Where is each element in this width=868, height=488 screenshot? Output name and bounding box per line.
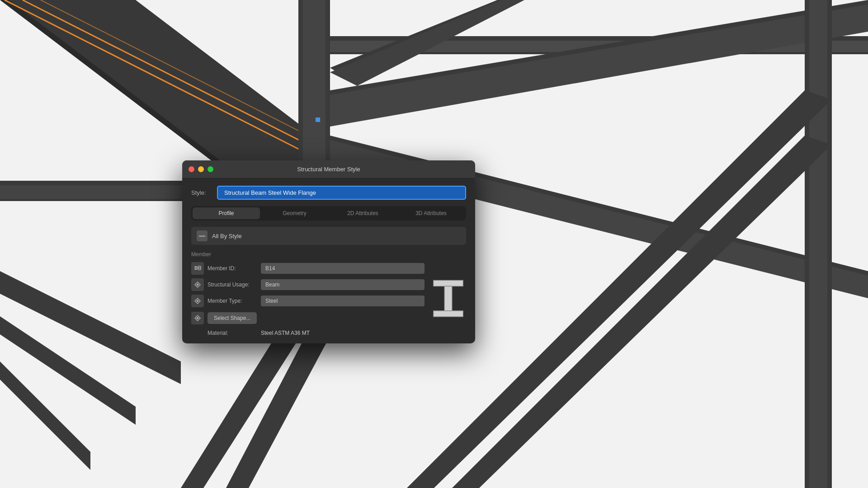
member-id-icon <box>191 262 204 275</box>
member-type-label: Member Type: <box>208 298 257 304</box>
member-type-icon <box>191 295 204 307</box>
select-shape-row: Select Shape... <box>191 312 425 324</box>
member-type-value: Steel <box>261 296 425 306</box>
svg-rect-33 <box>444 286 452 310</box>
tab-geometry[interactable]: Geometry <box>261 207 328 219</box>
tab-profile[interactable]: Profile <box>193 207 260 219</box>
maximize-button[interactable] <box>208 166 213 172</box>
svg-rect-34 <box>433 310 463 316</box>
structural-usage-label: Structural Usage: <box>208 282 257 288</box>
dialog-titlebar: Structural Member Style <box>182 160 475 178</box>
member-id-label: Member ID: <box>208 265 257 272</box>
structural-usage-icon <box>191 278 204 291</box>
tab-3d-attributes[interactable]: 3D Attributes <box>397 207 465 219</box>
style-input[interactable] <box>217 186 466 200</box>
traffic-lights <box>189 166 213 172</box>
member-content: Member ID: B14 Structural Usage: Beam <box>191 262 466 336</box>
material-value: Steel ASTM A36 MT <box>261 330 310 336</box>
close-button[interactable] <box>189 166 194 172</box>
select-shape-icon <box>191 312 204 324</box>
svg-rect-30 <box>194 269 197 270</box>
member-id-value: B14 <box>261 263 425 274</box>
field-row-member-type: Member Type: Steel <box>191 295 425 307</box>
field-row-member-id: Member ID: B14 <box>191 262 425 275</box>
all-by-style-row[interactable]: — All By Style <box>191 227 466 245</box>
field-row-structural-usage: Structural Usage: Beam <box>191 278 425 291</box>
tab-2d-attributes[interactable]: 2D Attributes <box>329 207 396 219</box>
style-row: Style: <box>191 186 466 200</box>
svg-rect-29 <box>194 266 197 267</box>
dialog-title: Structural Member Style <box>297 166 360 173</box>
svg-rect-15 <box>809 0 827 488</box>
structural-usage-value: Beam <box>261 279 425 290</box>
svg-rect-32 <box>433 280 463 286</box>
minimize-button[interactable] <box>198 166 204 172</box>
member-fields: Member ID: B14 Structural Usage: Beam <box>191 262 425 336</box>
svg-rect-27 <box>316 117 320 122</box>
style-label: Style: <box>191 189 212 196</box>
dialog-body: Style: Profile Geometry 2D Attributes 3D… <box>182 178 475 343</box>
ibeam-icon-container <box>430 262 466 336</box>
dialog-structural-member-style: Structural Member Style Style: Profile G… <box>182 160 475 343</box>
minus-icon: — <box>197 230 208 241</box>
all-by-style-label: All By Style <box>212 233 242 239</box>
svg-rect-28 <box>194 267 201 268</box>
material-row: Material: Steel ASTM A36 MT <box>191 330 425 336</box>
ibeam-icon <box>431 278 465 321</box>
member-section-label: Member <box>191 251 466 258</box>
tabs-container: Profile Geometry 2D Attributes 3D Attrib… <box>191 206 466 221</box>
material-label: Material: <box>208 330 257 336</box>
select-shape-button[interactable]: Select Shape... <box>208 312 257 324</box>
